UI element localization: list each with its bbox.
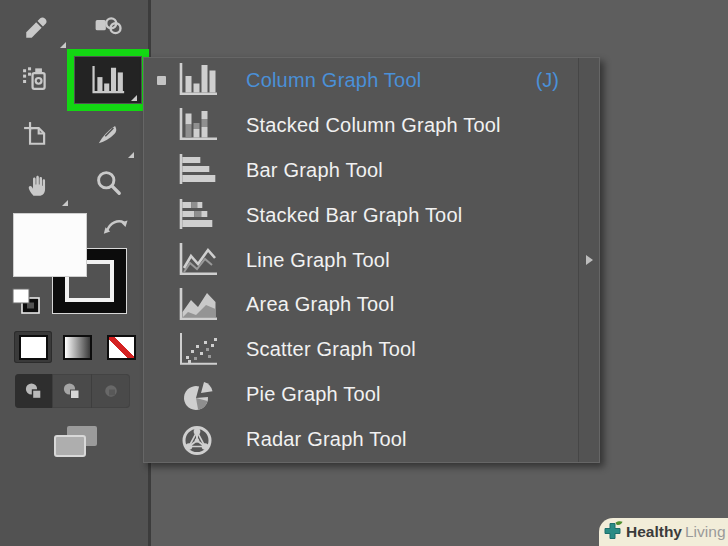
- default-swatches-icon: [11, 287, 43, 317]
- draw-inside-button[interactable]: [92, 374, 130, 408]
- hand-icon: [23, 171, 50, 198]
- blend-shapes-icon: [94, 14, 122, 38]
- menu-item-shortcut: (J): [536, 69, 559, 92]
- screen-mode-icon: [52, 424, 100, 460]
- stacked-bar-graph-icon: [175, 198, 221, 232]
- none-button[interactable]: [102, 331, 140, 363]
- menu-item-label: Column Graph Tool: [246, 69, 421, 92]
- blend-tool-button[interactable]: [72, 0, 144, 52]
- healthy-living-logo: Healthy Living: [599, 518, 728, 546]
- menu-item-pie-graph[interactable]: Pie Graph Tool: [144, 372, 579, 417]
- menu-item-scatter-graph[interactable]: Scatter Graph Tool: [144, 327, 579, 372]
- menu-item-label: Scatter Graph Tool: [246, 338, 416, 361]
- column-graph-tool-button[interactable]: [75, 57, 141, 103]
- flyout-triangle-icon: [131, 95, 137, 101]
- menu-item-radar-graph[interactable]: Radar Graph Tool: [144, 417, 579, 462]
- menu-item-stacked-column-graph[interactable]: Stacked Column Graph Tool: [144, 103, 579, 148]
- radar-graph-icon: [175, 423, 221, 457]
- menu-item-bar-graph[interactable]: Bar Graph Tool: [144, 148, 579, 193]
- right-triangle-icon: [586, 255, 593, 265]
- flyout-triangle-icon: [60, 42, 66, 48]
- none-swatch-icon: [109, 337, 134, 358]
- menu-item-line-graph[interactable]: Line Graph Tool: [144, 238, 579, 283]
- drawing-mode-buttons: [15, 374, 130, 408]
- pie-graph-icon: [175, 378, 221, 412]
- health-plus-leaf-icon: [601, 520, 625, 544]
- scatter-graph-icon: [175, 333, 221, 367]
- symbol-sprayer-tool-button[interactable]: [0, 54, 72, 106]
- stacked-column-graph-icon: [175, 108, 221, 142]
- tools-panel: [0, 0, 148, 546]
- watermark-brand-light: Living: [685, 523, 726, 541]
- default-fill-stroke-button[interactable]: [11, 287, 43, 321]
- screen-mode-button[interactable]: [52, 424, 100, 464]
- menu-item-stacked-bar-graph[interactable]: Stacked Bar Graph Tool: [144, 193, 579, 238]
- gradient-swatch-icon: [65, 337, 90, 358]
- draw-behind-button[interactable]: [53, 374, 91, 408]
- color-button[interactable]: [14, 331, 52, 363]
- eyedropper-tool-button[interactable]: [0, 2, 72, 54]
- menu-item-list: Column Graph Tool (J) Stacked Column Gra…: [144, 58, 579, 462]
- graph-tools-flyout-menu: Column Graph Tool (J) Stacked Column Gra…: [143, 57, 600, 463]
- flyout-triangle-icon: [62, 200, 68, 206]
- slice-knife-icon: [95, 121, 121, 147]
- menu-item-label: Radar Graph Tool: [246, 428, 407, 451]
- draw-behind-icon: [61, 381, 83, 401]
- artboard-icon: [23, 121, 49, 147]
- area-graph-icon: [175, 288, 221, 322]
- color-type-buttons: [14, 331, 140, 363]
- menu-item-label: Pie Graph Tool: [246, 383, 381, 406]
- draw-inside-icon: [100, 381, 122, 401]
- swap-arrows-icon: [101, 213, 131, 239]
- menu-item-label: Stacked Bar Graph Tool: [246, 204, 462, 227]
- solid-color-swatch-icon: [21, 337, 46, 358]
- eyedropper-icon: [23, 15, 49, 41]
- fill-color-swatch[interactable]: [13, 213, 87, 277]
- gradient-button[interactable]: [58, 331, 96, 363]
- zoom-tool-button[interactable]: [72, 156, 144, 208]
- menu-item-label: Line Graph Tool: [246, 249, 390, 272]
- column-graph-tool-icon: [91, 66, 125, 95]
- bar-graph-icon: [175, 153, 221, 187]
- draw-normal-icon: [23, 381, 45, 401]
- line-graph-icon: [175, 243, 221, 277]
- symbol-sprayer-icon: [22, 66, 50, 94]
- hand-tool-button[interactable]: [0, 158, 72, 210]
- menu-item-area-graph[interactable]: Area Graph Tool: [144, 282, 579, 327]
- menu-item-label: Stacked Column Graph Tool: [246, 114, 501, 137]
- menu-item-label: Bar Graph Tool: [246, 159, 383, 182]
- column-graph-icon: [175, 63, 221, 97]
- menu-item-column-graph[interactable]: Column Graph Tool (J): [144, 58, 579, 103]
- zoom-magnifier-icon: [95, 169, 122, 196]
- artboard-tool-button[interactable]: [0, 108, 72, 160]
- current-tool-bullet-icon: [157, 76, 166, 85]
- slice-tool-button[interactable]: [72, 108, 144, 160]
- menu-tear-off-strip[interactable]: [578, 58, 599, 462]
- swap-fill-stroke-button[interactable]: [101, 213, 131, 243]
- watermark-brand-bold: Healthy: [626, 523, 682, 541]
- menu-item-label: Area Graph Tool: [246, 293, 394, 316]
- draw-normal-button[interactable]: [15, 374, 53, 408]
